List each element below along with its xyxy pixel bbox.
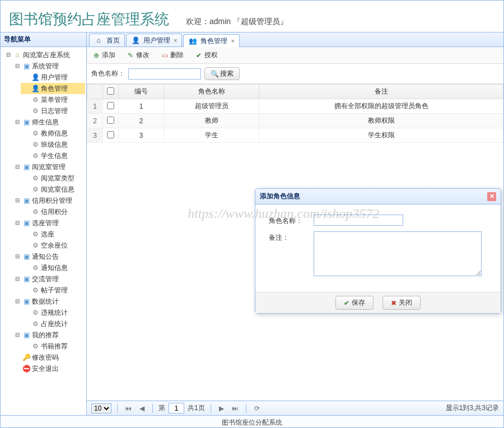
tree-group[interactable]: ⊟▣系统管理 <box>12 61 85 72</box>
page-input[interactable] <box>169 403 184 413</box>
home-icon: ⌂ <box>13 50 22 59</box>
tree-change-password[interactable]: 🔑 修改密码 <box>12 352 85 363</box>
tree-exit[interactable]: ⛔ 安全退出 <box>12 363 85 374</box>
add-role-dialog: 添加角色信息 ✕ 角色名称： 备注： ✔保存 ✖关闭 <box>255 188 501 314</box>
table-row[interactable]: 11超级管理员拥有全部权限的超级管理员角色 <box>87 99 503 114</box>
collapse-icon[interactable]: ⊟ <box>13 252 22 261</box>
folder-icon: ▣ <box>22 196 31 205</box>
tree-item[interactable]: ⚙信用积分 <box>21 206 85 217</box>
tree-group[interactable]: ⊟▣我的推荐 <box>12 329 85 341</box>
row-checkbox[interactable] <box>107 117 114 124</box>
tree-item[interactable]: ⚙空余座位 <box>21 240 85 251</box>
gear-icon: ⚙ <box>31 106 40 115</box>
column-header[interactable]: 编号 <box>119 85 164 99</box>
tree-group[interactable]: ⊟▣通知公告 <box>12 251 85 262</box>
tree-item[interactable]: ⚙班级信息 <box>21 139 85 150</box>
user-icon: 👤 <box>131 36 140 45</box>
pager-info: 显示1到3,共3记录 <box>446 403 499 413</box>
gear-icon: ⚙ <box>31 140 40 149</box>
collapse-icon[interactable]: ⊟ <box>13 118 22 127</box>
tree-item[interactable]: ⚙菜单管理 <box>21 94 85 105</box>
auth-button[interactable]: ✔授权 <box>193 49 220 61</box>
collapse-icon[interactable]: ⊟ <box>13 218 22 227</box>
tree-item[interactable]: ⚙教师信息 <box>21 128 85 139</box>
add-button[interactable]: ⊕添加 <box>90 49 118 61</box>
next-page-button[interactable]: ▶ <box>217 403 227 413</box>
folder-icon: ▣ <box>22 297 31 306</box>
tab-home[interactable]: ⌂首页 <box>89 34 125 46</box>
content-area: ⌂首页👤用户管理×👥角色管理× ⊕添加 ✎修改 ▭删除 ✔授权 角色名称： 🔍搜… <box>87 32 503 415</box>
tree-item[interactable]: ⚙日志管理 <box>21 105 85 117</box>
tree-item[interactable]: 👤角色管理 <box>21 83 85 94</box>
tab-close-icon[interactable]: × <box>174 37 177 44</box>
dialog-title-bar[interactable]: 添加角色信息 ✕ <box>255 189 501 204</box>
folder-icon: ▣ <box>22 62 31 71</box>
delete-button[interactable]: ▭删除 <box>158 49 186 61</box>
nav-tree: ⊟ ⌂ 阅览室占座系统 ⊟▣系统管理👤用户管理👤角色管理⚙菜单管理⚙日志管理⊟▣… <box>1 47 86 415</box>
first-page-button[interactable]: ⏮ <box>123 403 133 413</box>
column-header[interactable]: 备注 <box>259 85 503 99</box>
tree-item[interactable]: ⚙选座 <box>21 229 85 240</box>
role-name-input[interactable] <box>314 215 403 226</box>
folder-icon: ▣ <box>22 218 31 227</box>
refresh-button[interactable]: ⟳ <box>252 403 262 413</box>
folder-icon: ▣ <box>22 252 31 261</box>
prev-page-button[interactable]: ◀ <box>137 403 147 413</box>
exit-icon: ⛔ <box>22 364 31 373</box>
gear-icon: ⚙ <box>31 151 40 160</box>
tree-item[interactable]: ⚙通知信息 <box>21 262 85 273</box>
checkbox-header[interactable] <box>103 85 119 99</box>
remark-textarea[interactable] <box>314 231 482 276</box>
table-row[interactable]: 22教师教师权限 <box>87 114 503 128</box>
tree-root[interactable]: ⊟ ⌂ 阅览室占座系统 <box>3 49 85 61</box>
row-checkbox[interactable] <box>107 131 114 138</box>
close-icon: ✖ <box>391 299 396 307</box>
close-button[interactable]: ✖关闭 <box>382 296 421 310</box>
search-button[interactable]: 🔍搜索 <box>204 67 240 80</box>
dialog-close-button[interactable]: ✕ <box>487 192 496 201</box>
tree-item[interactable]: ⚙违规统计 <box>21 307 85 318</box>
tree-group[interactable]: ⊟▣交流管理 <box>12 273 85 285</box>
collapse-icon[interactable]: ⊟ <box>13 62 22 71</box>
last-page-button[interactable]: ⏭ <box>230 403 240 413</box>
user-icon: 👤 <box>31 84 40 93</box>
page-size-select[interactable]: 10 <box>91 403 111 413</box>
tree-group[interactable]: ⊟▣数据统计 <box>12 296 85 307</box>
delete-icon: ▭ <box>161 52 169 59</box>
collapse-icon[interactable]: ⊟ <box>13 297 22 306</box>
gear-icon: ⚙ <box>31 230 40 239</box>
tree-item[interactable]: ⚙帖子管理 <box>21 285 85 296</box>
search-icon: 🔍 <box>211 70 218 78</box>
collapse-icon[interactable]: ⊟ <box>13 162 22 171</box>
tree-group[interactable]: ⊟▣阅览室管理 <box>12 161 85 173</box>
collapse-icon[interactable]: ⊟ <box>13 275 22 283</box>
tree-group[interactable]: ⊟▣选座管理 <box>12 217 85 229</box>
save-button[interactable]: ✔保存 <box>335 296 374 310</box>
folder-icon: ▣ <box>22 275 31 283</box>
search-input[interactable] <box>128 68 201 80</box>
add-icon: ⊕ <box>92 52 100 59</box>
table-row[interactable]: 33学生学生权限 <box>87 128 503 143</box>
folder-icon: ▣ <box>22 331 31 339</box>
tree-group[interactable]: ⊟▣师生信息 <box>12 117 85 128</box>
tree-group[interactable]: ⊟▣信用积分管理 <box>12 195 85 206</box>
search-row: 角色名称： 🔍搜索 <box>87 64 503 84</box>
tree-item[interactable]: ⚙阅览室类型 <box>21 173 85 184</box>
collapse-icon[interactable]: ⊟ <box>4 50 13 59</box>
collapse-icon[interactable]: ⊟ <box>13 196 22 205</box>
collapse-icon[interactable]: ⊟ <box>13 331 22 339</box>
tree-item[interactable]: ⚙阅览室信息 <box>21 184 85 195</box>
footer: 图书馆座位分配系统 <box>1 415 503 428</box>
tab-close-icon[interactable]: × <box>231 38 234 44</box>
tab-user[interactable]: 👤用户管理× <box>126 34 182 46</box>
gear-icon: ⚙ <box>31 342 40 351</box>
tree-item[interactable]: ⚙占座统计 <box>21 318 85 329</box>
column-header[interactable]: 角色名称 <box>164 85 259 99</box>
tree-item[interactable]: ⚙书籍推荐 <box>21 341 85 352</box>
gear-icon: ⚙ <box>31 174 40 183</box>
tree-item[interactable]: 👤用户管理 <box>21 72 85 83</box>
edit-button[interactable]: ✎修改 <box>124 49 152 61</box>
tab-role[interactable]: 👥角色管理× <box>183 34 239 47</box>
row-checkbox[interactable] <box>107 102 114 109</box>
tree-item[interactable]: ⚙学生信息 <box>21 150 85 161</box>
